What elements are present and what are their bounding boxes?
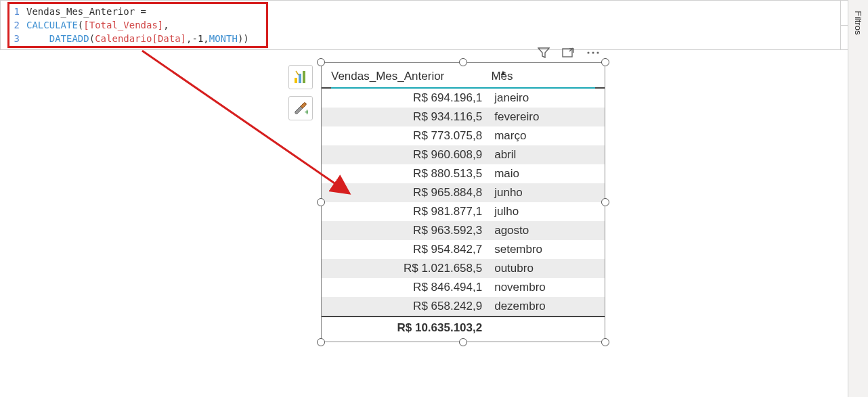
fields-pane-button[interactable] (288, 65, 313, 89)
total-value: R$ 10.635.103,2 (331, 321, 490, 335)
column-header-value[interactable]: Vendas_Mes_Anterior (331, 70, 487, 83)
focus-mode-icon[interactable] (562, 47, 574, 58)
cell-month: junho (490, 186, 595, 200)
table-row[interactable]: R$ 1.021.658,5outubro (322, 259, 605, 278)
visual-header-toolbar (538, 47, 600, 58)
line-number: 3 (7, 32, 20, 45)
svg-rect-5 (295, 78, 297, 83)
more-options-icon[interactable] (586, 51, 600, 55)
table-row[interactable]: R$ 846.494,1novembro (322, 278, 605, 297)
cell-value: R$ 954.842,7 (331, 243, 490, 256)
filters-pane-collapsed[interactable]: Filtros (848, 0, 868, 397)
visual-side-tools: + (288, 65, 313, 120)
svg-point-4 (596, 51, 599, 53)
table-row[interactable]: R$ 658.242,9dezembro (322, 297, 605, 316)
cell-value: R$ 1.021.658,5 (331, 262, 490, 275)
formula-line: 2CALCULATE([Total_Vendas], (7, 18, 833, 32)
cell-value: R$ 965.884,8 (331, 186, 490, 200)
format-pane-button[interactable]: + (288, 96, 313, 120)
filters-label: Filtros (853, 11, 863, 34)
cell-month: outubro (490, 262, 595, 275)
filter-icon[interactable] (538, 47, 550, 58)
table-row[interactable]: R$ 960.608,9abril (322, 145, 605, 164)
svg-rect-6 (299, 74, 301, 83)
cell-value: R$ 694.196,1 (331, 91, 490, 105)
formula-line: 1Vendas_Mes_Anterior = (7, 5, 833, 18)
table-row[interactable]: R$ 694.196,1janeiro (322, 89, 605, 108)
data-table: Vendas_Mes_Anterior ▲ Mês R$ 694.196,1ja… (322, 63, 605, 342)
svg-rect-7 (303, 71, 305, 83)
resize-handle[interactable] (317, 198, 325, 206)
resize-handle[interactable] (459, 338, 467, 346)
cell-month: agosto (490, 224, 595, 237)
bar-chart-icon (293, 70, 308, 85)
formula-editor[interactable]: 1Vendas_Mes_Anterior =2CALCULATE([Total_… (1, 1, 840, 49)
cell-value: R$ 846.494,1 (331, 281, 490, 294)
line-number: 2 (7, 18, 20, 32)
header-accent (331, 87, 595, 89)
code-text: Vendas_Mes_Anterior = (26, 5, 146, 18)
table-body: R$ 694.196,1janeiroR$ 934.116,5fevereiro… (322, 89, 605, 316)
cell-month: maio (490, 167, 595, 181)
svg-point-3 (592, 51, 594, 53)
table-row[interactable]: R$ 773.075,8março (322, 126, 605, 145)
report-canvas[interactable]: + Vendas_Mes_Anterior ▲ M (0, 50, 848, 397)
cell-value: R$ 960.608,9 (331, 148, 490, 162)
cell-value: R$ 981.877,1 (331, 205, 490, 218)
resize-handle[interactable] (317, 338, 325, 346)
cell-value: R$ 934.116,5 (331, 110, 490, 124)
table-row[interactable]: R$ 934.116,5fevereiro (322, 108, 605, 126)
table-row[interactable]: R$ 963.592,3agosto (322, 221, 605, 240)
svg-text:+: + (305, 108, 308, 116)
cell-value: R$ 963.592,3 (331, 224, 490, 237)
sort-ascending-icon: ▲ (499, 68, 506, 76)
formula-line: 3 DATEADD(Calendario[Data],-1,MONTH)) (7, 32, 833, 45)
table-row[interactable]: R$ 954.842,7setembro (322, 240, 605, 259)
resize-handle[interactable] (601, 198, 609, 206)
table-visual[interactable]: Vendas_Mes_Anterior ▲ Mês R$ 694.196,1ja… (321, 62, 605, 342)
cell-value: R$ 773.075,8 (331, 129, 490, 143)
formula-bar[interactable]: 1Vendas_Mes_Anterior =2CALCULATE([Total_… (0, 0, 868, 50)
code-text: DATEADD(Calendario[Data],-1,MONTH)) (26, 32, 249, 45)
cell-month: abril (490, 148, 595, 162)
cell-month: janeiro (490, 91, 595, 105)
table-row[interactable]: R$ 965.884,8junho (322, 183, 605, 202)
cell-month: julho (490, 205, 595, 218)
table-header: Vendas_Mes_Anterior ▲ Mês (322, 63, 605, 89)
column-header-month[interactable]: ▲ Mês (487, 70, 595, 83)
code-text: CALCULATE([Total_Vendas], (26, 18, 169, 32)
line-number: 1 (7, 5, 20, 18)
cell-value: R$ 658.242,9 (331, 300, 490, 313)
table-row[interactable]: R$ 981.877,1julho (322, 202, 605, 221)
cell-value: R$ 880.513,5 (331, 167, 490, 181)
cell-month: dezembro (490, 300, 595, 313)
cell-month: novembro (490, 281, 595, 294)
cell-month: março (490, 129, 595, 143)
paint-brush-icon: + (293, 101, 308, 116)
visual-container[interactable]: + Vendas_Mes_Anterior ▲ M (321, 62, 605, 342)
cell-month: fevereiro (490, 110, 595, 124)
resize-handle[interactable] (601, 338, 609, 346)
svg-point-2 (587, 51, 589, 53)
table-row[interactable]: R$ 880.513,5maio (322, 164, 605, 183)
cell-month: setembro (490, 243, 595, 256)
